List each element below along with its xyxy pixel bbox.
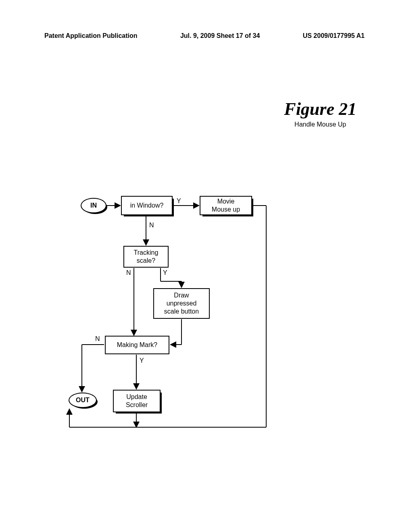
edge-label-y3: Y (140, 357, 144, 364)
decision-in-window-label: in Window? (130, 202, 164, 210)
process-update-scroller: Update Scroller (113, 390, 161, 412)
terminal-in-label: IN (90, 202, 97, 209)
terminal-out-label: OUT (76, 397, 90, 404)
edge-label-y1: Y (177, 197, 181, 205)
decision-tracking-scale-label: Tracking scale? (134, 249, 159, 265)
edge-label-n2: N (126, 269, 131, 276)
edge-label-n3: N (95, 335, 100, 343)
terminal-in: IN (81, 198, 106, 213)
process-draw-unpressed-label: Draw unpressed scale button (164, 291, 199, 316)
process-movie-mouse-up-label: Movie Mouse up (212, 197, 240, 214)
process-update-scroller-label: Update Scroller (126, 393, 148, 409)
edge-label-y2: Y (163, 269, 167, 276)
decision-tracking-scale: Tracking scale? (123, 246, 169, 268)
flowchart-connectors (0, 0, 413, 532)
decision-making-mark-label: Making Mark? (117, 341, 157, 349)
terminal-out: OUT (69, 393, 97, 408)
decision-making-mark: Making Mark? (105, 336, 169, 354)
edge-label-n1: N (149, 222, 154, 229)
flowchart: IN in Window? Movie Mouse up Tracking sc… (0, 0, 413, 532)
process-movie-mouse-up: Movie Mouse up (200, 196, 252, 215)
process-draw-unpressed: Draw unpressed scale button (153, 288, 210, 319)
decision-in-window: in Window? (121, 196, 173, 215)
